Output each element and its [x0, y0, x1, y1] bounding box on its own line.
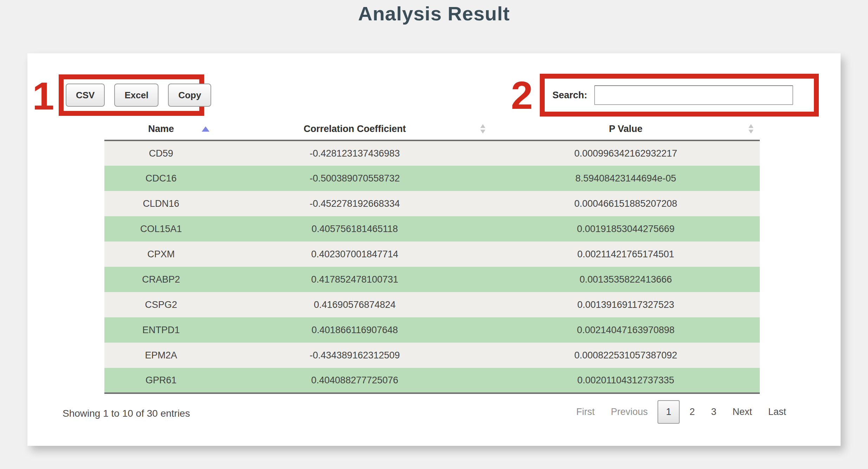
cell-name: CDC16	[104, 166, 218, 191]
cell-name: CLDN16	[104, 191, 218, 216]
excel-button[interactable]: Excel	[114, 84, 158, 107]
cell-name: COL15A1	[104, 216, 218, 242]
cell-correlation: 0.405756181465118	[218, 216, 492, 242]
cell-name: CD59	[104, 140, 218, 166]
entries-info: Showing 1 to 10 of 30 entries	[63, 408, 190, 419]
table-header-row: Name Correlation Coefficient P Value	[104, 118, 760, 140]
cell-correlation: -0.434389162312509	[218, 343, 492, 368]
table-row: CDC16-0.5003890705587328.59408423144694e…	[104, 166, 760, 191]
results-table: Name Correlation Coefficient P Value	[104, 118, 760, 394]
table-row: CLDN16-0.4522781926683340.00046615188520…	[104, 191, 760, 216]
search-input[interactable]	[594, 85, 793, 105]
cell-name: CSPG2	[104, 292, 218, 317]
annotation-1-label: 1	[32, 77, 54, 116]
annotation-2-label: 2	[511, 76, 533, 115]
pagination-1[interactable]: 1	[658, 400, 680, 424]
sort-both-icon	[480, 124, 485, 134]
table-row: CD59-0.4281231374369830.0009963421629322…	[104, 140, 760, 166]
pagination-next[interactable]: Next	[726, 401, 758, 423]
page: Analysis Result 1 CSV Excel Copy 2 Searc…	[0, 0, 868, 469]
annotation-1-box: CSV Excel Copy	[59, 74, 204, 116]
column-header-pvalue-label: P Value	[609, 124, 643, 134]
pagination-first[interactable]: First	[570, 401, 601, 423]
annotation-2-box: Search:	[540, 74, 819, 117]
cell-correlation: 0.401866116907648	[218, 317, 492, 343]
sort-ascending-icon	[202, 126, 209, 132]
table-row: EPM2A-0.4343891623125090.000822531057387…	[104, 343, 760, 368]
analysis-card: 1 CSV Excel Copy 2 Search:	[27, 53, 841, 446]
pagination-3[interactable]: 3	[705, 401, 723, 423]
table-row: COL15A10.4057561814651180.00191853044275…	[104, 216, 760, 242]
table-row: CPXM0.4023070018477140.00211421765174501	[104, 242, 760, 267]
column-header-name[interactable]: Name	[104, 118, 218, 140]
table-row: CSPG20.416905768748240.00139169117327523	[104, 292, 760, 317]
search-label: Search:	[552, 90, 587, 101]
pagination-last[interactable]: Last	[762, 401, 792, 423]
cell-p-value: 0.00201104312737335	[492, 368, 760, 393]
table-row: GPR610.4040882777250760.0020110431273733…	[104, 368, 760, 393]
cell-correlation: 0.404088277725076	[218, 368, 492, 393]
csv-button[interactable]: CSV	[66, 84, 105, 107]
cell-name: CPXM	[104, 242, 218, 267]
cell-correlation: -0.500389070558732	[218, 166, 492, 191]
cell-p-value: 0.000996342162932217	[492, 140, 760, 166]
cell-name: CRABP2	[104, 267, 218, 292]
cell-name: GPR61	[104, 368, 218, 393]
cell-correlation: 0.417852478100731	[218, 267, 492, 292]
cell-p-value: 0.00139169117327523	[492, 292, 760, 317]
table-body: CD59-0.4281231374369830.0009963421629322…	[104, 140, 760, 393]
cell-p-value: 8.59408423144694e-05	[492, 166, 760, 191]
pagination: FirstPrevious123NextLast	[570, 400, 792, 424]
cell-correlation: -0.428123137436983	[218, 140, 492, 166]
column-header-correlation-coefficient[interactable]: Correlation Coefficient	[218, 118, 492, 140]
column-header-name-label: Name	[148, 124, 174, 134]
cell-name: ENTPD1	[104, 317, 218, 343]
cell-correlation: 0.41690576874824	[218, 292, 492, 317]
cell-p-value: 0.000822531057387092	[492, 343, 760, 368]
sort-both-icon	[749, 124, 753, 134]
column-header-correlation-label: Correlation Coefficient	[304, 124, 406, 134]
page-title: Analysis Result	[0, 2, 868, 25]
cell-p-value: 0.0013535822413666	[492, 267, 760, 292]
column-header-p-value[interactable]: P Value	[492, 118, 760, 140]
copy-button[interactable]: Copy	[168, 84, 211, 107]
cell-name: EPM2A	[104, 343, 218, 368]
table-row: ENTPD10.4018661169076480.002140471639708…	[104, 317, 760, 343]
cell-p-value: 0.00191853044275669	[492, 216, 760, 242]
cell-p-value: 0.00214047163970898	[492, 317, 760, 343]
pagination-2[interactable]: 2	[683, 401, 701, 423]
table-row: CRABP20.4178524781007310.001353582241366…	[104, 267, 760, 292]
cell-correlation: 0.402307001847714	[218, 242, 492, 267]
cell-correlation: -0.452278192668334	[218, 191, 492, 216]
pagination-previous[interactable]: Previous	[604, 401, 654, 423]
cell-p-value: 0.00211421765174501	[492, 242, 760, 267]
cell-p-value: 0.000466151885207208	[492, 191, 760, 216]
